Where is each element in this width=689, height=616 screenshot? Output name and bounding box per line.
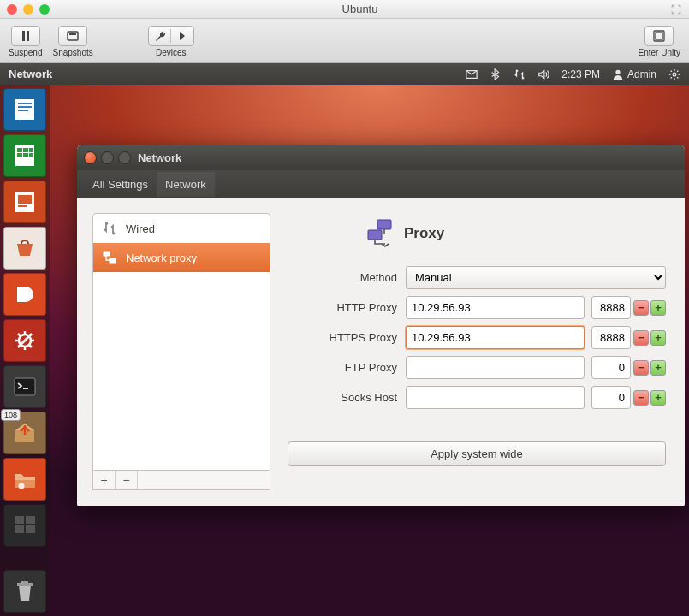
sidebar: Wired Network proxy + − (92, 213, 270, 490)
apply-system-wide-button[interactable]: Apply system wide (288, 441, 666, 466)
svg-rect-8 (18, 103, 32, 104)
desktop: 108 Network All Settings Network (0, 85, 689, 616)
launcher-software-center[interactable] (3, 227, 46, 270)
http-port-decrement-button[interactable]: − (633, 300, 649, 316)
https-port-increment-button[interactable]: + (650, 330, 666, 346)
breadcrumb-network[interactable]: Network (157, 172, 215, 197)
socks-host-input[interactable] (406, 386, 585, 409)
http-proxy-row: HTTP Proxy − + (288, 296, 666, 319)
svg-rect-15 (17, 153, 22, 157)
sidebar-item-wired[interactable]: Wired (93, 214, 270, 243)
bluetooth-icon[interactable] (490, 68, 502, 80)
proxy-heading: Proxy (404, 225, 444, 242)
method-label: Method (288, 271, 397, 284)
svg-rect-12 (17, 148, 22, 152)
https-port-decrement-button[interactable]: − (633, 330, 649, 346)
remove-connection-button[interactable]: − (116, 471, 138, 489)
svg-rect-16 (23, 153, 28, 157)
https-proxy-port-input[interactable] (591, 326, 631, 349)
method-select[interactable]: Manual (406, 266, 666, 289)
launcher-impress[interactable] (3, 181, 46, 223)
close-icon[interactable] (7, 4, 17, 15)
svg-point-6 (673, 73, 676, 76)
launcher-workspaces[interactable] (3, 504, 46, 547)
svg-rect-1 (69, 33, 76, 35)
svg-rect-33 (110, 258, 116, 263)
launcher-files[interactable] (3, 458, 46, 500)
ftp-proxy-row: FTP Proxy − + (288, 356, 666, 379)
socks-host-row: Socks Host − + (288, 386, 666, 409)
svg-point-5 (615, 69, 620, 74)
minimize-icon[interactable] (23, 4, 33, 15)
clock[interactable]: 2:23 PM (561, 68, 600, 80)
launcher-calc[interactable] (3, 134, 46, 177)
svg-rect-13 (23, 148, 28, 152)
ftp-port-decrement-button[interactable]: − (633, 360, 649, 376)
launcher-ubuntu-one[interactable] (3, 273, 46, 316)
update-badge: 108 (1, 409, 21, 421)
http-proxy-label: HTTP Proxy (288, 301, 397, 314)
sidebar-item-proxy[interactable]: Network proxy (93, 243, 270, 272)
method-row: Method Manual (288, 266, 666, 289)
launcher-terminal[interactable] (3, 365, 46, 408)
launcher-settings[interactable] (3, 319, 46, 362)
http-port-increment-button[interactable]: + (650, 300, 666, 316)
socks-host-label: Socks Host (288, 391, 397, 404)
socks-port-increment-button[interactable]: + (650, 390, 666, 406)
launcher: 108 (0, 85, 50, 616)
network-window: Network All Settings Network Wired Netwo… (77, 145, 685, 506)
devices-tool[interactable]: Devices (148, 26, 194, 57)
window-close-icon[interactable] (84, 151, 97, 164)
add-connection-button[interactable]: + (93, 471, 116, 489)
launcher-trash[interactable] (3, 570, 46, 613)
window-titlebar[interactable]: Network (77, 145, 685, 170)
svg-rect-10 (18, 110, 28, 111)
snapshots-tool[interactable]: Snapshots (52, 26, 92, 57)
svg-rect-14 (29, 148, 33, 152)
vm-toolbar: Suspend Snapshots Devices Enter Unity (0, 19, 689, 63)
suspend-tool[interactable]: Suspend (9, 26, 42, 57)
expand-icon[interactable] (670, 3, 682, 15)
wrench-icon (149, 29, 172, 43)
indicator-area: 2:23 PM Admin (466, 68, 680, 80)
https-proxy-row: HTTPS Proxy − + (288, 326, 666, 349)
proxy-header: Proxy (288, 218, 666, 249)
traffic-lights (7, 4, 50, 15)
network-icon[interactable] (514, 68, 526, 80)
maximize-icon[interactable] (39, 4, 50, 15)
svg-point-25 (19, 483, 25, 489)
window-minimize-icon[interactable] (101, 151, 114, 164)
devices-label: Devices (156, 48, 187, 57)
svg-rect-31 (21, 581, 28, 583)
svg-rect-0 (68, 32, 78, 40)
launcher-writer[interactable] (3, 88, 46, 131)
http-proxy-host-input[interactable] (406, 296, 585, 319)
ftp-proxy-host-input[interactable] (406, 356, 585, 379)
suspend-label: Suspend (9, 48, 42, 57)
window-maximize-icon[interactable] (118, 151, 131, 164)
mail-icon[interactable] (466, 68, 478, 80)
socks-port-decrement-button[interactable]: − (633, 390, 649, 406)
svg-rect-32 (104, 252, 110, 256)
user-menu[interactable]: Admin (612, 68, 656, 80)
ftp-port-increment-button[interactable]: + (650, 360, 666, 376)
svg-rect-26 (15, 516, 24, 524)
svg-rect-24 (15, 480, 35, 488)
breadcrumb-all-settings[interactable]: All Settings (84, 172, 157, 197)
ftp-proxy-port-input[interactable] (591, 356, 631, 379)
svg-rect-3 (656, 33, 662, 39)
sidebar-item-label: Wired (126, 222, 155, 235)
svg-rect-17 (29, 153, 33, 157)
launcher-updates[interactable]: 108 (3, 412, 46, 454)
http-proxy-port-input[interactable] (591, 296, 631, 319)
sound-icon[interactable] (538, 68, 549, 80)
ubuntu-panel: Network 2:23 PM Admin (0, 63, 689, 85)
svg-rect-29 (26, 525, 35, 533)
enter-unity-tool[interactable]: Enter Unity (639, 26, 680, 57)
detail-pane: Proxy Method Manual HTTP Proxy − (288, 213, 669, 490)
breadcrumb: All Settings Network (77, 170, 685, 198)
https-proxy-host-input[interactable] (406, 326, 585, 349)
gear-icon[interactable] (668, 68, 680, 80)
panel-app-title: Network (9, 68, 466, 80)
socks-port-input[interactable] (591, 386, 631, 409)
